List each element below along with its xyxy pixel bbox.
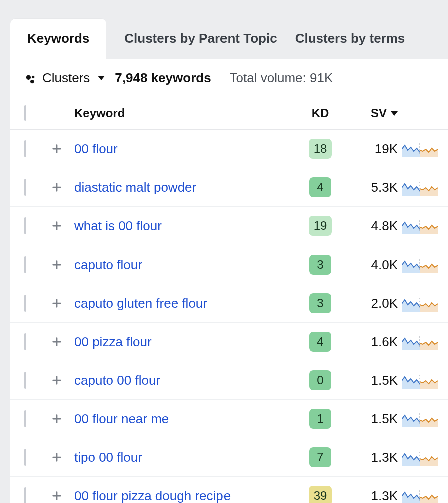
row-checkbox[interactable] bbox=[24, 179, 26, 196]
svg-point-1 bbox=[32, 75, 35, 78]
trend-sparkline bbox=[402, 333, 438, 350]
expand-button[interactable] bbox=[49, 487, 64, 502]
trend-sparkline bbox=[402, 179, 438, 196]
sv-value: 5.3K bbox=[343, 180, 398, 195]
trend-sparkline bbox=[402, 410, 438, 427]
kd-badge: 3 bbox=[309, 255, 331, 275]
keyword-link[interactable]: tipo 00 flour bbox=[74, 450, 142, 465]
plus-icon bbox=[51, 297, 62, 308]
plus-icon bbox=[51, 335, 62, 346]
sv-value: 1.6K bbox=[343, 334, 398, 350]
expand-button[interactable] bbox=[49, 410, 64, 425]
kd-badge: 1 bbox=[309, 409, 331, 429]
row-checkbox[interactable] bbox=[24, 372, 26, 389]
kd-badge: 4 bbox=[309, 177, 331, 197]
keyword-link[interactable]: caputo 00 flour bbox=[74, 373, 160, 388]
col-sv-label: SV bbox=[371, 106, 387, 120]
keyword-link[interactable]: 00 flour bbox=[74, 141, 118, 156]
table-row: 00 pizza flour 4 1.6K bbox=[10, 323, 448, 361]
row-checkbox[interactable] bbox=[24, 487, 26, 504]
keyword-link[interactable]: caputo flour bbox=[74, 257, 142, 272]
kd-badge: 39 bbox=[309, 486, 332, 503]
clusters-icon bbox=[25, 73, 36, 84]
plus-icon bbox=[51, 451, 62, 462]
keyword-count: 7,948 keywords bbox=[115, 70, 211, 86]
table-row: caputo flour 3 4.0K bbox=[10, 245, 448, 284]
expand-button[interactable] bbox=[49, 179, 64, 194]
row-checkbox[interactable] bbox=[24, 217, 26, 234]
sv-value: 1.3K bbox=[343, 450, 398, 465]
clusters-label: Clusters bbox=[42, 70, 90, 86]
tab-clusters-parent[interactable]: Clusters by Parent Topic bbox=[124, 19, 277, 59]
sv-value: 19K bbox=[343, 141, 398, 157]
expand-button[interactable] bbox=[49, 449, 64, 464]
trend-sparkline bbox=[402, 217, 438, 234]
select-all-checkbox[interactable] bbox=[24, 105, 26, 121]
col-keyword[interactable]: Keyword bbox=[74, 106, 298, 120]
sv-value: 2.0K bbox=[343, 296, 398, 311]
row-checkbox[interactable] bbox=[24, 449, 26, 466]
expand-button[interactable] bbox=[49, 333, 64, 348]
row-checkbox[interactable] bbox=[24, 256, 26, 273]
svg-point-0 bbox=[26, 75, 31, 79]
row-checkbox[interactable] bbox=[24, 295, 26, 312]
sv-value: 4.8K bbox=[343, 218, 398, 234]
svg-point-2 bbox=[30, 79, 34, 83]
kd-badge: 7 bbox=[309, 447, 331, 467]
sv-value: 1.5K bbox=[343, 411, 398, 427]
plus-icon bbox=[51, 142, 62, 153]
table-row: caputo 00 flour 0 1.5K bbox=[10, 361, 448, 400]
keywords-table: Keyword KD SV bbox=[10, 97, 448, 503]
trend-sparkline bbox=[402, 449, 438, 466]
plus-icon bbox=[51, 181, 62, 192]
trend-sparkline bbox=[402, 140, 438, 157]
row-checkbox[interactable] bbox=[24, 140, 26, 157]
keyword-link[interactable]: what is 00 flour bbox=[74, 218, 162, 233]
tabs: Keywords Clusters by Parent Topic Cluste… bbox=[0, 0, 448, 59]
keyword-link[interactable]: diastatic malt powder bbox=[74, 180, 196, 195]
sv-value: 1.5K bbox=[343, 373, 398, 388]
expand-button[interactable] bbox=[49, 256, 64, 271]
trend-sparkline bbox=[402, 487, 438, 503]
trend-sparkline bbox=[402, 295, 438, 312]
table-row: 00 flour pizza dough recipe 39 1.3K bbox=[10, 477, 448, 503]
table-row: tipo 00 flour 7 1.3K bbox=[10, 438, 448, 477]
tab-clusters-terms[interactable]: Clusters by terms bbox=[295, 19, 405, 59]
plus-icon bbox=[51, 219, 62, 230]
plus-icon bbox=[51, 489, 62, 500]
total-volume: Total volume: 91K bbox=[230, 70, 333, 86]
table-row: 00 flour near me 1 1.5K bbox=[10, 400, 448, 438]
table-header: Keyword KD SV bbox=[10, 97, 448, 130]
clusters-dropdown[interactable]: Clusters bbox=[25, 70, 105, 86]
expand-button[interactable] bbox=[49, 372, 64, 387]
sort-desc-icon bbox=[391, 111, 398, 116]
col-sv[interactable]: SV bbox=[343, 106, 398, 120]
row-checkbox[interactable] bbox=[24, 410, 26, 427]
kd-badge: 19 bbox=[309, 216, 332, 236]
col-kd[interactable]: KD bbox=[298, 106, 343, 120]
kd-badge: 3 bbox=[309, 293, 331, 313]
sv-value: 4.0K bbox=[343, 257, 398, 273]
kd-badge: 18 bbox=[309, 139, 332, 159]
sv-value: 1.3K bbox=[343, 488, 398, 504]
keyword-link[interactable]: caputo gluten free flour bbox=[74, 296, 207, 311]
chevron-down-icon bbox=[98, 76, 105, 80]
expand-button[interactable] bbox=[49, 295, 64, 310]
table-row: caputo gluten free flour 3 2.0K bbox=[10, 284, 448, 323]
plus-icon bbox=[51, 374, 62, 385]
keyword-link[interactable]: 00 pizza flour bbox=[74, 334, 152, 349]
plus-icon bbox=[51, 258, 62, 269]
keywords-panel: Clusters 7,948 keywords Total volume: 91… bbox=[10, 59, 448, 503]
row-checkbox[interactable] bbox=[24, 333, 26, 350]
toolbar: Clusters 7,948 keywords Total volume: 91… bbox=[10, 59, 448, 97]
table-row: what is 00 flour 19 4.8K bbox=[10, 207, 448, 245]
kd-badge: 0 bbox=[309, 370, 331, 390]
table-row: 00 flour 18 19K bbox=[10, 130, 448, 168]
kd-badge: 4 bbox=[309, 332, 331, 352]
keyword-link[interactable]: 00 flour near me bbox=[74, 411, 169, 426]
tab-keywords[interactable]: Keywords bbox=[10, 19, 106, 59]
table-row: diastatic malt powder 4 5.3K bbox=[10, 168, 448, 207]
expand-button[interactable] bbox=[49, 217, 64, 232]
expand-button[interactable] bbox=[49, 140, 64, 155]
keyword-link[interactable]: 00 flour pizza dough recipe bbox=[74, 488, 231, 504]
